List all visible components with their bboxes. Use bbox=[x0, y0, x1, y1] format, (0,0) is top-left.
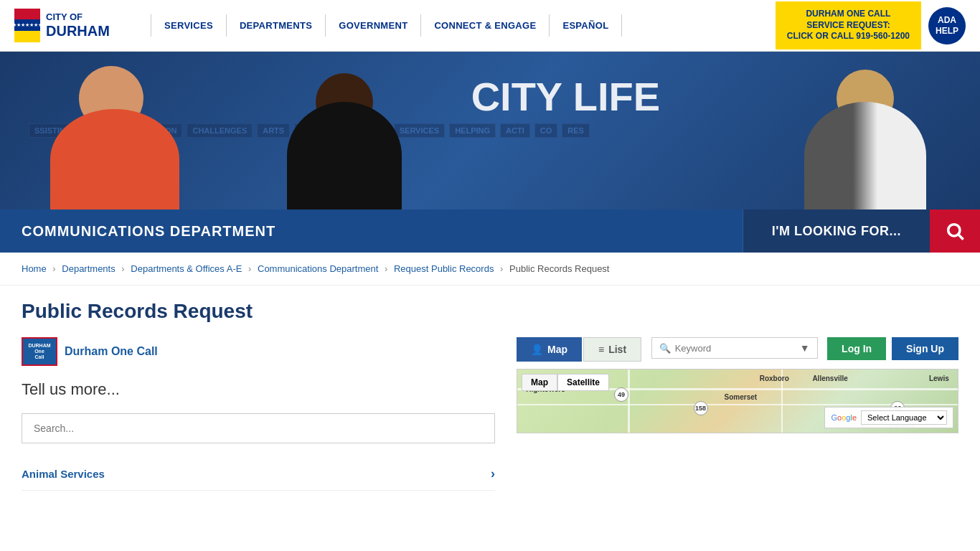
durham-label: DURHAM bbox=[46, 23, 110, 39]
header-right: DURHAM ONE CALL SERVICE REQUEST: CLICK O… bbox=[776, 1, 966, 50]
map-list-tabs: 👤 Map ≡ List bbox=[517, 337, 641, 362]
google-translate-bar: Google Select Language bbox=[824, 407, 953, 428]
durham-one-call-icon: DURHAMOneCall bbox=[22, 337, 57, 366]
hero-word: CO bbox=[534, 123, 558, 138]
keyword-input[interactable] bbox=[675, 343, 796, 354]
animal-services-label: Animal Services bbox=[22, 468, 105, 480]
flag-red-stripe bbox=[14, 9, 40, 20]
map-controls: Map Satellite bbox=[522, 374, 609, 391]
right-panel: 👤 Map ≡ List 🔍 ▼ Log In Sign Up bbox=[517, 337, 958, 491]
svg-point-0 bbox=[948, 225, 960, 236]
cta-line2: SERVICE REQUEST: bbox=[787, 20, 910, 32]
search-button[interactable] bbox=[930, 209, 980, 253]
breadcrumb-separator: › bbox=[52, 263, 55, 274]
auth-buttons: Log In Sign Up bbox=[827, 337, 958, 360]
tell-us-more-text: Tell us more... bbox=[22, 380, 495, 399]
breadcrumb-departments[interactable]: Departments bbox=[62, 263, 115, 274]
map-label-lewis: Lewis bbox=[929, 375, 949, 382]
map-tab-label: Map bbox=[547, 344, 567, 355]
map-label-allensville: Allensville bbox=[812, 375, 847, 382]
page-title: Public Records Request bbox=[22, 300, 958, 323]
satellite-view-button[interactable]: Satellite bbox=[557, 374, 609, 391]
flag-stars: ★★★★★★★ bbox=[19, 22, 35, 28]
logo-area[interactable]: ★★★★★★★ CITY OF DURHAM bbox=[14, 9, 129, 43]
hero-banner: SSISTING EIGHBORI RSATION CHALLENGES ART… bbox=[0, 52, 980, 209]
map-tab-icon: 👤 bbox=[531, 344, 543, 355]
animal-services-link[interactable]: Animal Services › bbox=[22, 458, 495, 491]
map-label-somerset: Somerset bbox=[725, 393, 758, 401]
city-flag: ★★★★★★★ bbox=[14, 9, 40, 43]
map-route-49: 49 bbox=[614, 387, 628, 402]
flag-yellow-stripe bbox=[14, 31, 40, 42]
nav-departments[interactable]: DEPARTMENTS bbox=[227, 14, 326, 37]
department-title: COMMUNICATIONS DEPARTMENT bbox=[0, 223, 743, 240]
nav-espanol[interactable]: ESPAÑOL bbox=[550, 14, 622, 37]
flag-blue-stripe: ★★★★★★★ bbox=[14, 19, 40, 31]
map-route-158: 158 bbox=[694, 401, 708, 415]
map-tab[interactable]: 👤 Map bbox=[517, 337, 582, 362]
hero-person-middle bbox=[273, 59, 416, 209]
chevron-right-icon: › bbox=[491, 466, 495, 481]
breadcrumb: Home › Departments › Departments & Offic… bbox=[0, 253, 980, 286]
google-logo: Google bbox=[831, 413, 857, 422]
hero-word: ACTI bbox=[500, 123, 530, 138]
logo-text-block: CITY OF DURHAM bbox=[46, 11, 110, 39]
ada-line2: HELP bbox=[936, 26, 958, 36]
search-box-container bbox=[22, 413, 495, 443]
search-icon bbox=[945, 221, 965, 241]
department-bar: COMMUNICATIONS DEPARTMENT I'M LOOKING FO… bbox=[0, 209, 980, 253]
ada-help-button[interactable]: ADA HELP bbox=[928, 7, 966, 44]
breadcrumb-communications[interactable]: Communications Department bbox=[258, 263, 378, 274]
looking-for-section[interactable]: I'M LOOKING FOR... bbox=[743, 209, 930, 253]
right-content-header: 👤 Map ≡ List 🔍 ▼ Log In Sign Up bbox=[517, 337, 958, 362]
breadcrumb-separator: › bbox=[121, 263, 124, 274]
hero-person-right bbox=[793, 59, 937, 209]
breadcrumb-separator: › bbox=[248, 263, 251, 274]
hero-word: CHALLENGES bbox=[187, 123, 253, 138]
hero-person-left bbox=[36, 59, 194, 209]
nav-services[interactable]: SERVICES bbox=[151, 14, 227, 37]
main-nav: SERVICES DEPARTMENTS GOVERNMENT CONNECT … bbox=[151, 14, 776, 37]
search-small-icon: 🔍 bbox=[659, 343, 671, 354]
select-language-dropdown[interactable]: Select Language bbox=[861, 410, 947, 425]
map-view-button[interactable]: Map bbox=[522, 374, 557, 391]
breadcrumb-depts-offices[interactable]: Departments & Offices A-E bbox=[131, 263, 242, 274]
breadcrumb-home[interactable]: Home bbox=[22, 263, 47, 274]
map-label-roxboro: Roxboro bbox=[760, 375, 789, 382]
hero-word: HELPING bbox=[449, 123, 496, 138]
keyword-dropdown-button[interactable]: ▼ bbox=[800, 342, 810, 354]
durham-one-call-link-text: Durham One Call bbox=[65, 345, 158, 358]
keyword-search: 🔍 ▼ bbox=[651, 337, 818, 359]
main-content: Public Records Request DURHAMOneCall Dur… bbox=[0, 286, 980, 505]
sign-up-button[interactable]: Sign Up bbox=[892, 337, 958, 360]
search-input[interactable] bbox=[22, 413, 495, 443]
nav-connect[interactable]: CONNECT & ENGAGE bbox=[421, 14, 550, 37]
log-in-button[interactable]: Log In bbox=[827, 337, 886, 360]
breadcrumb-separator: › bbox=[500, 263, 503, 274]
breadcrumb-separator: › bbox=[385, 263, 387, 274]
svg-line-1 bbox=[958, 235, 963, 239]
list-tab-label: List bbox=[608, 344, 626, 355]
breadcrumb-request-records[interactable]: Request Public Records bbox=[394, 263, 494, 274]
city-of-label: CITY OF bbox=[46, 11, 110, 23]
durham-one-call-button[interactable]: DURHAM ONE CALL SERVICE REQUEST: CLICK O… bbox=[776, 1, 921, 50]
list-tab[interactable]: ≡ List bbox=[583, 337, 641, 362]
site-header: ★★★★★★★ CITY OF DURHAM SERVICES DEPARTME… bbox=[0, 0, 980, 52]
durham-one-call-link[interactable]: DURHAMOneCall Durham One Call bbox=[22, 337, 495, 366]
cta-line3: CLICK OR CALL 919-560-1200 bbox=[787, 31, 910, 42]
list-tab-icon: ≡ bbox=[598, 344, 604, 355]
left-panel: DURHAMOneCall Durham One Call Tell us mo… bbox=[22, 337, 495, 491]
breadcrumb-current: Public Records Request bbox=[509, 263, 609, 274]
nav-government[interactable]: GOVERNMENT bbox=[326, 14, 421, 37]
hero-title: CITY LIFE bbox=[471, 73, 660, 120]
map-area[interactable]: Roxboro Allensville Lewis Somerset Oxfor… bbox=[517, 369, 958, 433]
map-road-vertical bbox=[628, 369, 630, 433]
ada-line1: ADA bbox=[938, 15, 956, 25]
cta-line1: DURHAM ONE CALL bbox=[787, 9, 910, 20]
hero-word: RES bbox=[562, 123, 590, 138]
content-layout: DURHAMOneCall Durham One Call Tell us mo… bbox=[22, 337, 958, 491]
